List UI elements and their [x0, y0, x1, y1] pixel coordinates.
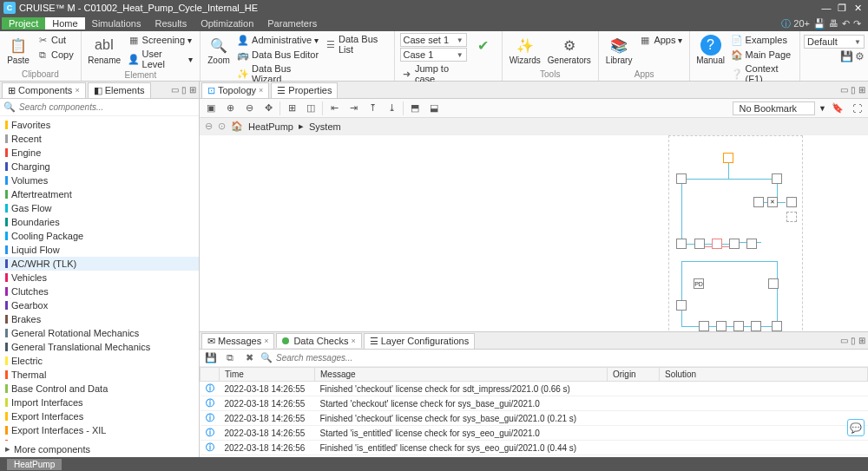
close-icon[interactable]: ✕	[851, 3, 865, 14]
more-components-button[interactable]: ▸ More components	[0, 441, 199, 457]
cut-button[interactable]: ✂Cut	[35, 33, 76, 47]
msg-copy-icon[interactable]: ⧉	[222, 350, 238, 366]
msg-save-icon[interactable]: 💾	[203, 350, 219, 366]
diagram-node[interactable]	[768, 278, 779, 289]
message-row[interactable]: ⓘ2022-03-18 14:26:55Started 'is_entitled…	[201, 426, 868, 441]
message-row[interactable]: ⓘ2022-03-18 14:26:56Finished 'is_entitle…	[201, 441, 868, 455]
tab-properties[interactable]: ☰Properties	[271, 82, 338, 98]
diagram-node[interactable]	[746, 239, 757, 249]
tree-item[interactable]: Charging	[0, 160, 199, 173]
profile-settings-icon[interactable]: ⚙	[855, 50, 865, 62]
tree-item[interactable]: Gearbox	[0, 298, 199, 312]
breadcrumb-item[interactable]: System	[309, 121, 341, 132]
zoom-button[interactable]: 🔍Zoom	[206, 33, 232, 67]
rename-button[interactable]: abIRename	[87, 33, 122, 67]
align-left-icon[interactable]: ⇤	[326, 101, 342, 116]
feedback-icon[interactable]: 💬	[847, 419, 865, 436]
tab-layer-config[interactable]: ☰Layer Configurations	[364, 333, 476, 349]
tab-data-checks[interactable]: Data Checks×	[276, 333, 361, 348]
msg-header-message[interactable]: Message	[315, 368, 608, 382]
tree-item[interactable]: Aftertreatment	[0, 187, 199, 201]
diagram-node[interactable]	[723, 153, 733, 163]
manual-button[interactable]: ?Manual	[695, 33, 725, 67]
status-chip[interactable]: HeatPump	[7, 459, 62, 470]
cases-check-button[interactable]: ✔	[470, 33, 496, 57]
generators-button[interactable]: ⚙Generators	[546, 33, 593, 67]
pan-icon[interactable]: ✥	[260, 101, 276, 116]
redo-icon[interactable]: ↷	[853, 18, 861, 29]
tree-item[interactable]: Export Interfaces	[0, 409, 199, 423]
tree-item[interactable]: Cooling Package	[0, 229, 199, 243]
tree-item[interactable]: AC/WHR (TLK)	[0, 257, 199, 271]
admin-button[interactable]: 👤Administrative ▾	[235, 33, 320, 47]
tree-item[interactable]: Engine	[0, 146, 199, 160]
align-top-icon[interactable]: ⤒	[365, 101, 380, 116]
menu-parameters[interactable]: Parameters	[260, 17, 324, 29]
diagram-node[interactable]	[786, 197, 797, 207]
bookmark-dropdown-icon[interactable]: ▼	[819, 104, 826, 113]
bookmark-add-icon[interactable]: 🔖	[830, 101, 845, 116]
profile-combo[interactable]: Default▼	[804, 35, 865, 49]
grid-icon[interactable]: ⊞	[284, 101, 299, 116]
diagram-node[interactable]	[676, 300, 687, 311]
diagram-node[interactable]	[753, 197, 764, 207]
menu-project[interactable]: Project	[2, 17, 45, 29]
expand-icon[interactable]: ⛶	[849, 101, 865, 116]
tree-item[interactable]: Volumes	[0, 173, 199, 187]
tree-item[interactable]: Brakes	[0, 312, 199, 326]
maximize-icon[interactable]: ❐	[835, 3, 849, 14]
diagram-node[interactable]	[772, 173, 782, 184]
diagram-node[interactable]	[712, 239, 722, 249]
copy-button[interactable]: ⧉Copy	[35, 48, 76, 62]
align-bottom-icon[interactable]: ⤓	[384, 101, 399, 116]
msg-clear-icon[interactable]: ✖	[241, 350, 257, 366]
tree-item[interactable]: Electric	[0, 354, 199, 368]
tree-item[interactable]: Import Interfaces	[0, 396, 199, 409]
diagram-node[interactable]	[676, 239, 687, 249]
ungroup-icon[interactable]: ⬓	[426, 101, 442, 116]
tree-item[interactable]: Base Control and Data	[0, 382, 199, 396]
save-icon[interactable]: 💾	[813, 18, 825, 29]
diagram-node[interactable]	[694, 239, 705, 249]
diagram-node[interactable]	[772, 321, 782, 331]
undo-icon[interactable]: ↶	[842, 18, 850, 29]
examples-button[interactable]: 📄Examples	[729, 33, 794, 47]
tree-item[interactable]: Recent	[0, 132, 199, 146]
zoom-in-icon[interactable]: ⊕	[222, 101, 238, 116]
align-right-icon[interactable]: ⇥	[345, 101, 361, 116]
tab-messages[interactable]: ✉Messages×	[201, 333, 274, 349]
data-bus-list-button[interactable]: ☰Data Bus List	[324, 33, 388, 56]
message-row[interactable]: ⓘ2022-03-18 14:26:55Finished 'checkout' …	[201, 382, 868, 396]
message-row[interactable]: ⓘ2022-03-18 14:26:55Finished 'checkout' …	[201, 411, 868, 426]
diagram-node[interactable]	[751, 321, 761, 331]
diagram-node[interactable]	[716, 321, 727, 331]
close-icon[interactable]: ×	[259, 86, 263, 95]
close-icon[interactable]: ×	[351, 337, 355, 345]
tree-item[interactable]: Vehicles	[0, 271, 199, 285]
close-icon[interactable]: ×	[75, 86, 79, 95]
zoom-out-icon[interactable]: ⊖	[241, 101, 257, 116]
apps-button[interactable]: ▦Apps ▾	[637, 33, 684, 47]
close-icon[interactable]: ×	[264, 337, 268, 345]
messages-search-input[interactable]	[276, 353, 450, 363]
msg-header-time[interactable]: Time	[220, 368, 315, 382]
menu-optimization[interactable]: Optimization	[194, 17, 260, 29]
mainpage-button[interactable]: 🏠Main Page	[729, 48, 794, 62]
drilldown-icon[interactable]: ⊙	[218, 121, 226, 132]
fit-icon[interactable]: ▣	[203, 101, 219, 116]
tree-item[interactable]: Favorites	[0, 118, 199, 132]
menu-home[interactable]: Home	[45, 17, 84, 29]
message-row[interactable]: ⓘ2022-03-18 14:26:55Started 'checkout' l…	[201, 396, 868, 411]
window-layout-icon[interactable]: ▭	[170, 85, 180, 95]
breadcrumb-item[interactable]: HeatPump	[248, 121, 293, 132]
profile-save-icon[interactable]: 💾	[840, 50, 853, 62]
window-tile-icon[interactable]: ⊞	[858, 336, 866, 345]
window-split-icon[interactable]: ▯	[181, 85, 187, 95]
group-icon[interactable]: ⬒	[407, 101, 423, 116]
tree-item[interactable]: Export Interfaces - XIL	[0, 423, 199, 437]
message-row[interactable]: ⓘ2022-03-18 14:27:14Finished data checki…	[201, 455, 868, 458]
topology-canvas[interactable]: ✕ PD	[200, 135, 868, 331]
menu-results[interactable]: Results	[148, 17, 194, 29]
tab-elements[interactable]: ◧Elements	[88, 82, 151, 98]
menu-simulations[interactable]: Simulations	[85, 17, 148, 29]
